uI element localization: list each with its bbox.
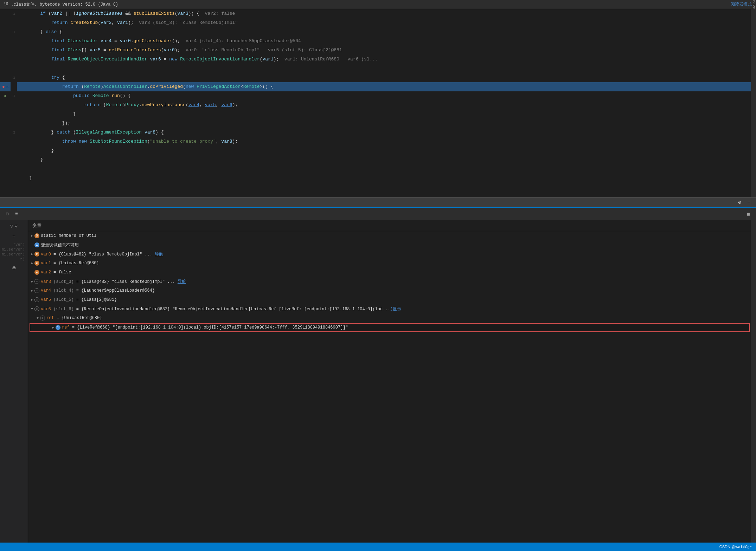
code-line: if (var2 || !ignoreStubClasses && stubCl… [17, 9, 751, 18]
var-item-var5[interactable]: ▶ ≡ var5 (slot_5) = {Class[2]@681} [28, 295, 751, 304]
code-lines: if (var2 || !ignoreStubClasses && stubCl… [17, 9, 751, 197]
badge-list: ≡ [40, 316, 45, 320]
var-item-var1[interactable]: ▶ P var1 = {UnicastRef@680} [28, 259, 751, 268]
rows-icon[interactable]: ≡ [13, 211, 20, 217]
var-item-var0[interactable]: ▶ P var0 = {Class@482} "class RemoteObjI… [28, 249, 751, 259]
code-line: final ClassLoader var4 = var0.getClassLo… [17, 37, 751, 46]
reader-mode-btn[interactable]: 阅读器模式 [731, 1, 752, 7]
code-line: }); [17, 119, 751, 128]
var-label: var4 (slot_4) = {Launcher$AppClassLoader… [41, 288, 155, 293]
badge-p: P [34, 261, 39, 266]
table-icon[interactable]: ⊟ [4, 211, 11, 217]
badge-p: P [34, 270, 39, 275]
top-bar: 译 .class文件, bytecode version: 52.0 (Java… [0, 0, 756, 9]
panel-separator: ⚙ − [0, 197, 756, 207]
code-line: } else { [17, 27, 751, 37]
badge-list: ≡ [34, 306, 39, 311]
code-line [17, 164, 751, 174]
var-item-ref-liveref[interactable]: ▶ i ref = {LiveRef@668} "[endpoint:[192.… [30, 323, 750, 332]
eye-icon[interactable]: 👁 [12, 266, 17, 271]
var-item-ref-unicast[interactable]: ▼ ≡ ref = {UnicastRef@680} [28, 313, 751, 323]
variables-header: 变量 [28, 220, 751, 231]
code-editor: ● → ● □ □ □ □ [0, 9, 756, 197]
var-label: 变量调试信息不可用 [41, 242, 79, 248]
code-line: final Class[] var5 = getRemoteInterfaces… [17, 46, 751, 55]
badge-static: S [34, 233, 39, 238]
debug-panel: ⊟ ≡ ▦ ▽ ▽ + rver) mi.server) mi.server) … [0, 207, 756, 543]
scrollbar[interactable] [751, 9, 756, 197]
green-icon: ● [4, 93, 7, 99]
badge-info: i [56, 325, 60, 330]
debug-scrollbar[interactable] [751, 220, 756, 543]
code-line: } [17, 155, 751, 164]
code-line: throw new StubNotFoundException("unable … [17, 137, 751, 146]
var-item-static[interactable]: ▶ S static members of Util [28, 231, 751, 240]
badge-list: ≡ [34, 288, 39, 293]
var-label: static members of Util [41, 233, 96, 238]
fold-markers: □ □ □ □ □ [11, 9, 17, 197]
code-line: } [17, 110, 751, 119]
var-item-info[interactable]: ▶ i 变量调试信息不可用 [28, 240, 751, 249]
code-line: } [17, 174, 751, 183]
var-item-var4[interactable]: ▶ ≡ var4 (slot_4) = {Launcher$AppClassLo… [28, 286, 751, 295]
var-label: var6 (slot_6) = {RemoteObjectInvocationH… [41, 306, 401, 312]
settings-icon[interactable]: ⚙ [737, 199, 742, 206]
expand-icon: ▶ [31, 279, 33, 284]
filter-icon2[interactable]: ▽ [15, 223, 18, 229]
var-label: var1 = {UnicastRef@680} [41, 261, 99, 266]
code-line: try { [17, 73, 751, 82]
file-title: 译 .class文件, bytecode version: 52.0 (Java… [4, 1, 118, 7]
expand-icon: ▶ [31, 261, 33, 265]
add-var-btn[interactable]: + [12, 233, 16, 240]
var-item-var3[interactable]: ▶ ≡ var3 (slot_3) = {Class@482} "class R… [28, 277, 751, 286]
badge-info: i [34, 242, 39, 247]
filter-icon[interactable]: ▽ [10, 223, 13, 229]
badge-p: P [34, 252, 39, 257]
var-item-var2[interactable]: ▶ P var2 = false [28, 268, 751, 277]
code-line: } [17, 146, 751, 155]
call-stack-sidebar: ▽ ▽ + rver) mi.server) mi.server) r) 👁 [0, 220, 28, 543]
expand-icon: ▼ [37, 316, 39, 320]
expand-icon: ▶ [31, 298, 33, 302]
expand-icon: ▶ [31, 252, 33, 256]
var-label: var3 (slot_3) = {Class@482} "class Remot… [41, 279, 186, 285]
minimize-icon[interactable]: − [746, 199, 752, 206]
badge-list: ≡ [34, 297, 39, 302]
code-line-highlighted: return (Remote)AccessController.doPrivil… [17, 82, 751, 91]
breakpoint-icon: ● [2, 84, 5, 90]
debug-toolbar: ⊟ ≡ ▦ [0, 208, 756, 220]
code-line: public Remote run() { [17, 91, 751, 101]
code-line: return (Remote)Proxy.newProxyInstance(va… [17, 101, 751, 110]
var-label: ref = {LiveRef@668} "[endpoint:[192.168.… [62, 325, 348, 330]
code-line: return createStub(var3, var1); var3 (slo… [17, 18, 751, 27]
expand-icon: ▶ [31, 289, 33, 293]
expand-icon: ▶ [52, 325, 54, 330]
expand-icon: ▼ [31, 307, 33, 311]
user-info: CSDN @wa1ki0g~ [719, 545, 752, 549]
execution-arrow: → [6, 84, 8, 90]
code-line: final RemoteObjectInvocationHandler var6… [17, 55, 751, 64]
code-line [17, 64, 751, 73]
expand-icon: ▶ [31, 234, 33, 238]
var-label: var2 = false [41, 270, 71, 275]
gutter-icons: ● → ● [0, 9, 11, 197]
var-label: var0 = {Class@482} "class RemoteObjImpl"… [41, 251, 163, 257]
var-label: ref = {UnicastRef@680} [46, 316, 102, 320]
var-item-var6[interactable]: ▼ ≡ var6 (slot_6) = {RemoteObjectInvocat… [28, 304, 751, 313]
status-bar: CSDN @wa1ki0g~ [0, 543, 756, 551]
variables-panel: 变量 ▶ S static members of Util ▶ i 变量调试信息… [28, 220, 751, 543]
var-label: var5 (slot_5) = {Class[2]@681} [41, 297, 117, 302]
expand-all-icon[interactable]: ▦ [745, 211, 752, 217]
badge-list: ≡ [34, 279, 39, 284]
code-line: } catch (IllegalArgumentException var8) … [17, 128, 751, 137]
